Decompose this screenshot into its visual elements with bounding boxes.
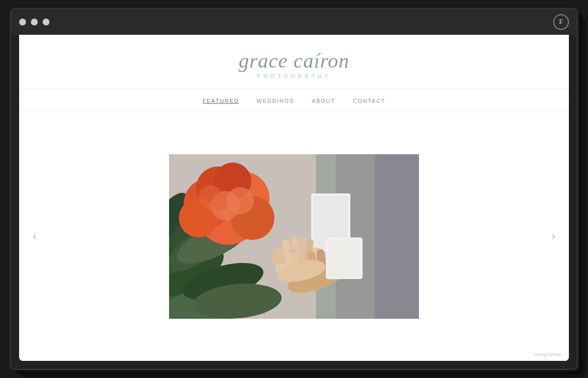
site-tagline: PHOTOGRAPHY xyxy=(19,73,569,79)
traffic-light-3[interactable] xyxy=(43,19,49,25)
next-arrow[interactable]: › xyxy=(548,226,559,247)
svg-rect-42 xyxy=(328,240,360,277)
svg-rect-32 xyxy=(290,250,297,253)
monitor-top-bar: F xyxy=(11,9,577,35)
monitor-frame: F grace caíron PHOTOGRAPHY FEATURED WEDD… xyxy=(10,8,578,370)
slideshow: ‹ xyxy=(19,112,569,361)
svg-rect-3 xyxy=(375,154,419,319)
traffic-lights xyxy=(19,19,49,25)
svg-point-24 xyxy=(226,187,254,214)
nav-weddings[interactable]: WEDDINGS xyxy=(257,98,294,104)
site-navigation: FEATURED WEDDINGS ABOUT CONTACT xyxy=(19,89,569,112)
facebook-button[interactable]: F xyxy=(553,14,569,30)
prev-arrow[interactable]: ‹ xyxy=(29,226,40,247)
photo-svg xyxy=(169,154,419,319)
nav-featured[interactable]: FEATURED xyxy=(202,98,239,104)
site-header: grace caíron PHOTOGRAPHY xyxy=(19,35,569,89)
svg-point-25 xyxy=(198,185,223,210)
slide-image xyxy=(169,154,419,319)
nav-contact[interactable]: CONTACT xyxy=(353,98,385,104)
website-screen: grace caíron PHOTOGRAPHY FEATURED WEDDIN… xyxy=(19,35,569,361)
traffic-light-1[interactable] xyxy=(19,19,26,25)
footer-attribution: Using Format xyxy=(535,352,561,357)
nav-about[interactable]: ABOUT xyxy=(312,98,335,104)
traffic-light-2[interactable] xyxy=(31,19,38,25)
site-logo: grace caíron xyxy=(19,50,569,71)
